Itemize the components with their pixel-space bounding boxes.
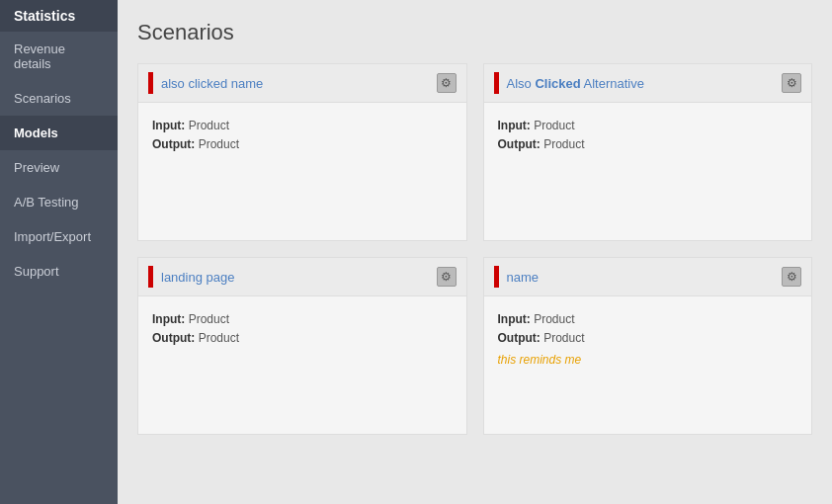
- card-body-3: Input: Product Output: Product: [138, 296, 466, 362]
- card-accent-2: [494, 72, 499, 94]
- scenario-card-also-clicked-alternative: Also Clicked Alternative ⚙ Input: Produc…: [483, 63, 813, 241]
- gear-icon-3[interactable]: ⚙: [437, 267, 457, 287]
- card-header-left-3: landing page: [148, 266, 234, 288]
- card-accent-3: [148, 266, 153, 288]
- card-title-3[interactable]: landing page: [161, 270, 234, 285]
- card-header-left-1: also clicked name: [148, 72, 263, 94]
- main-content: Scenarios also clicked name ⚙ Input: Pro…: [118, 0, 832, 504]
- card-accent-4: [494, 266, 499, 288]
- card-title-bold: Clicked: [535, 76, 580, 91]
- output-label-3: Output:: [152, 331, 195, 345]
- output-label-1: Output:: [152, 137, 195, 151]
- gear-icon-4[interactable]: ⚙: [782, 267, 801, 287]
- card-header-left-2: Also Clicked Alternative: [494, 72, 644, 94]
- input-value-2: Product: [534, 119, 574, 132]
- scenario-card-also-clicked-name: also clicked name ⚙ Input: Product Outpu…: [137, 63, 467, 241]
- card-field-output-4: Output: Product: [498, 331, 798, 345]
- sidebar-item-preview[interactable]: Preview: [0, 150, 118, 185]
- input-value-3: Product: [189, 312, 229, 326]
- card-title-1[interactable]: also clicked name: [161, 76, 263, 91]
- input-value-1: Product: [189, 119, 229, 132]
- card-body-1: Input: Product Output: Product: [138, 103, 466, 168]
- card-header-4: name ⚙: [484, 258, 812, 296]
- card-field-input-2: Input: Product: [498, 119, 798, 132]
- sidebar-item-import-export[interactable]: Import/Export: [0, 219, 118, 254]
- card-header-2: Also Clicked Alternative ⚙: [484, 64, 812, 103]
- output-label-2: Output:: [498, 137, 541, 151]
- card-accent-1: [148, 72, 153, 94]
- sidebar-item-scenarios[interactable]: Scenarios: [0, 81, 118, 116]
- gear-icon-1[interactable]: ⚙: [437, 73, 457, 93]
- card-header-1: also clicked name ⚙: [138, 64, 466, 103]
- input-value-4: Product: [534, 312, 574, 326]
- output-value-1: Product: [199, 137, 239, 151]
- card-body-4: Input: Product Output: Product this remi…: [484, 296, 812, 378]
- card-field-output-3: Output: Product: [152, 331, 453, 345]
- scenario-card-name: name ⚙ Input: Product Output: Product th…: [483, 257, 813, 435]
- card-field-input-3: Input: Product: [152, 312, 453, 326]
- output-value-3: Product: [199, 331, 239, 345]
- sidebar-item-models[interactable]: Models: [0, 116, 118, 150]
- sidebar-item-ab-testing[interactable]: A/B Testing: [0, 185, 118, 219]
- output-value-4: Product: [543, 331, 584, 345]
- sidebar: Statistics Revenue details Scenarios Mod…: [0, 0, 118, 504]
- card-field-output-1: Output: Product: [152, 137, 453, 151]
- scenario-card-landing-page: landing page ⚙ Input: Product Output: Pr…: [137, 257, 467, 435]
- input-label-2: Input:: [498, 119, 531, 132]
- input-label-4: Input:: [498, 312, 531, 326]
- card-header-3: landing page ⚙: [138, 258, 466, 296]
- card-field-output-2: Output: Product: [498, 137, 798, 151]
- card-field-input-4: Input: Product: [498, 312, 798, 326]
- input-label-1: Input:: [152, 119, 185, 132]
- card-title-2[interactable]: Also Clicked Alternative: [507, 76, 644, 91]
- card-title-normal: Also: [507, 76, 536, 91]
- output-value-2: Product: [543, 137, 584, 151]
- card-body-2: Input: Product Output: Product: [484, 103, 812, 168]
- card-title-rest: Alternative: [581, 76, 644, 91]
- card-header-left-4: name: [494, 266, 540, 288]
- card-note-4: this reminds me: [498, 353, 798, 367]
- card-field-input-1: Input: Product: [152, 119, 453, 132]
- scenarios-grid: also clicked name ⚙ Input: Product Outpu…: [137, 63, 812, 435]
- page-title: Scenarios: [137, 20, 812, 45]
- sidebar-title: Statistics: [0, 0, 118, 32]
- card-title-4[interactable]: name: [507, 270, 540, 285]
- sidebar-item-revenue-details[interactable]: Revenue details: [0, 32, 118, 81]
- input-label-3: Input:: [152, 312, 185, 326]
- gear-icon-2[interactable]: ⚙: [782, 73, 801, 93]
- sidebar-item-support[interactable]: Support: [0, 254, 118, 289]
- output-label-4: Output:: [498, 331, 541, 345]
